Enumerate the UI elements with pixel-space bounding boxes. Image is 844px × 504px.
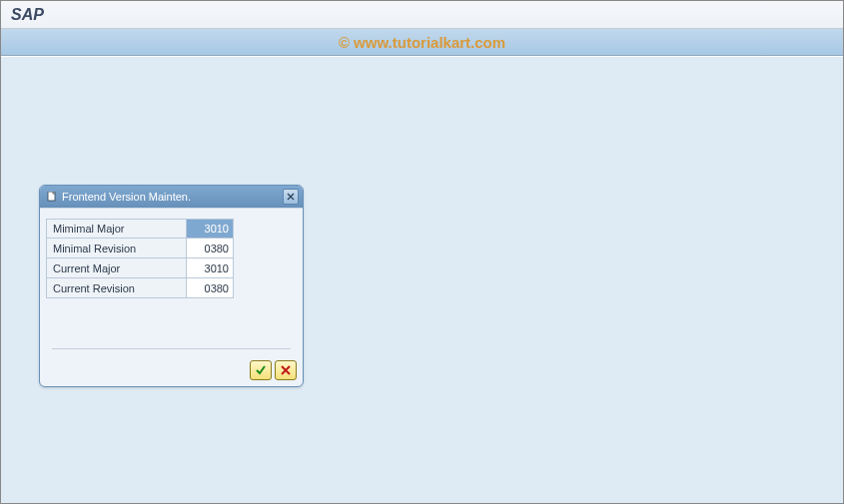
close-icon xyxy=(287,193,295,201)
field-row: Current Revision 0380 xyxy=(46,278,297,298)
svg-rect-0 xyxy=(48,192,55,201)
frontend-version-dialog: Frontend Version Mainten. Mimimal Major … xyxy=(39,185,304,387)
toolbar-strip: © www.tutorialkart.com xyxy=(1,29,843,56)
field-label-minimal-revision: Minimal Revision xyxy=(46,239,186,258)
current-revision-input[interactable]: 0380 xyxy=(186,278,234,298)
field-label-current-revision: Current Revision xyxy=(46,278,186,298)
dialog-close-button[interactable] xyxy=(283,189,299,205)
minimal-major-input[interactable]: 3010 xyxy=(186,219,234,239)
cancel-button[interactable] xyxy=(275,360,297,380)
watermark-text: © www.tutorialkart.com xyxy=(339,34,505,51)
app-title-bar: SAP xyxy=(1,1,843,29)
current-major-input[interactable]: 3010 xyxy=(186,258,234,278)
content-area: Frontend Version Mainten. Mimimal Major … xyxy=(1,57,843,503)
minimal-revision-input[interactable]: 0380 xyxy=(186,239,234,258)
check-icon xyxy=(255,364,267,376)
dialog-title-bar: Frontend Version Mainten. xyxy=(40,186,303,208)
field-row: Mimimal Major 3010 xyxy=(46,219,297,239)
field-row: Current Major 3010 xyxy=(46,258,297,278)
dialog-body: Mimimal Major 3010 Minimal Revision 0380… xyxy=(40,208,303,355)
cancel-icon xyxy=(280,364,292,376)
dialog-footer-separator xyxy=(52,348,291,349)
app-title: SAP xyxy=(11,6,44,24)
confirm-button[interactable] xyxy=(250,360,272,380)
field-row: Minimal Revision 0380 xyxy=(46,239,297,258)
dialog-footer xyxy=(40,355,303,386)
field-label-minimal-major: Mimimal Major xyxy=(46,219,186,239)
dialog-title: Frontend Version Mainten. xyxy=(62,191,283,203)
field-label-current-major: Current Major xyxy=(46,258,186,278)
dialog-document-icon xyxy=(46,191,58,203)
